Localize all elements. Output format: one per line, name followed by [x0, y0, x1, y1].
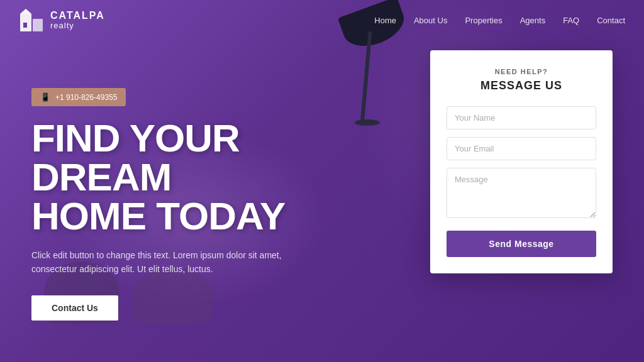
- nav-link-properties[interactable]: Properties: [465, 16, 502, 25]
- nav-item-contact[interactable]: Contact: [597, 14, 625, 26]
- logo-text: CATALPA realty: [50, 10, 105, 30]
- svg-rect-1: [33, 19, 43, 31]
- logo-sub: realty: [50, 21, 105, 30]
- nav-link-agents[interactable]: Agents: [520, 16, 545, 25]
- nav-item-faq[interactable]: FAQ: [563, 14, 579, 26]
- message-input[interactable]: [447, 168, 596, 218]
- phone-number: +1 910-826-49355: [55, 93, 117, 102]
- nav-item-about[interactable]: About Us: [414, 14, 447, 26]
- panel-need-help: NEED HELP?: [447, 68, 596, 75]
- svg-rect-3: [23, 23, 27, 28]
- logo-icon: [19, 8, 44, 33]
- nav-item-properties[interactable]: Properties: [465, 14, 502, 26]
- hero-title: FIND YOUR DREAM HOME TODAY: [31, 119, 377, 236]
- hero-subtitle: Click edit button to change this text. L…: [31, 248, 308, 277]
- nav-link-contact[interactable]: Contact: [597, 16, 625, 25]
- nav-links: Home About Us Properties Agents FAQ Cont…: [374, 14, 625, 26]
- hero-title-line2: HOME TODAY: [31, 194, 285, 238]
- navbar: CATALPA realty Home About Us Properties …: [0, 0, 644, 40]
- send-message-button[interactable]: Send Message: [447, 231, 596, 257]
- svg-marker-2: [20, 9, 31, 14]
- nav-link-home[interactable]: Home: [374, 16, 396, 25]
- nav-link-faq[interactable]: FAQ: [563, 16, 579, 25]
- logo[interactable]: CATALPA realty: [19, 8, 105, 33]
- logo-brand: CATALPA: [50, 10, 105, 21]
- phone-badge[interactable]: 📱 +1 910-826-49355: [31, 88, 126, 106]
- panel-title: MESSAGE US: [447, 79, 596, 92]
- name-input[interactable]: [447, 106, 596, 129]
- nav-item-home[interactable]: Home: [374, 14, 396, 26]
- contact-panel: NEED HELP? MESSAGE US Send Message: [430, 50, 613, 273]
- hero-title-line1: FIND YOUR DREAM: [31, 116, 240, 199]
- hero-section: CATALPA realty Home About Us Properties …: [0, 0, 644, 362]
- nav-item-agents[interactable]: Agents: [520, 14, 545, 26]
- contact-us-button[interactable]: Contact Us: [31, 295, 118, 321]
- hero-content: 📱 +1 910-826-49355 FIND YOUR DREAM HOME …: [31, 88, 377, 321]
- email-input[interactable]: [447, 137, 596, 160]
- nav-link-about[interactable]: About Us: [414, 16, 447, 25]
- phone-icon: 📱: [40, 92, 50, 102]
